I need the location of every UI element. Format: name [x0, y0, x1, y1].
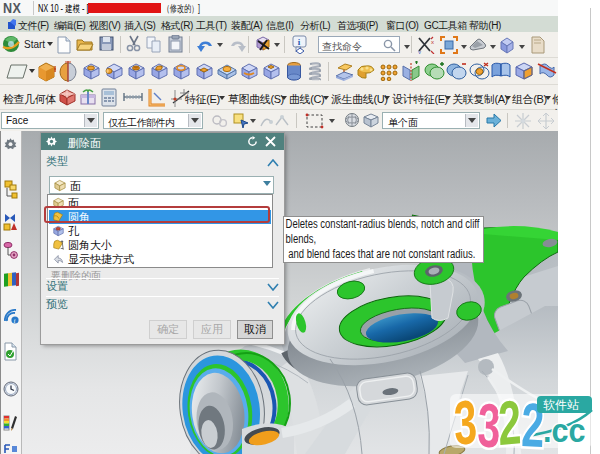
svg-text:2: 2	[497, 387, 522, 454]
svg-text:.cc: .cc	[543, 412, 586, 450]
svg-text:y: y	[418, 49, 421, 54]
svg-text:软件站: 软件站	[543, 398, 579, 412]
svg-text:x: x	[431, 39, 434, 45]
svg-text:i: i	[14, 317, 16, 325]
svg-text:3: 3	[452, 386, 478, 454]
